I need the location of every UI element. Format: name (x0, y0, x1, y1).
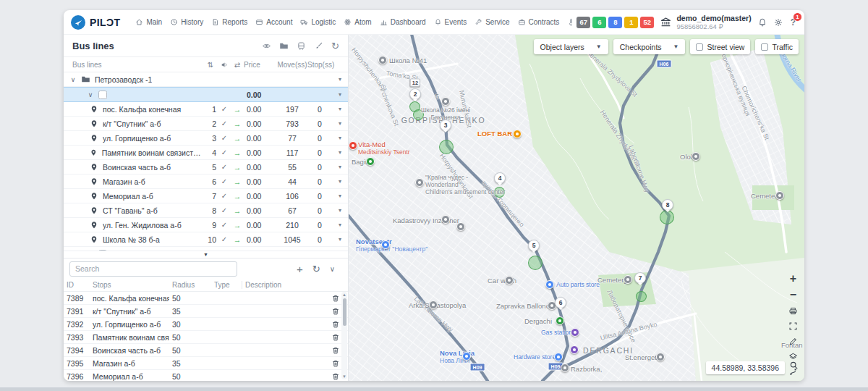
search-location-button[interactable] (789, 360, 799, 373)
swap-icon[interactable]: ⇄ (231, 61, 244, 69)
map-canvas[interactable]: GORPISHCHENKO DERGAC­HI Horpyshchenka St… (349, 35, 804, 381)
scrollbar-thumb[interactable] (343, 298, 346, 326)
tree-stop-row[interactable]: Магазин а-б 6✓→ 0.00440 ▾ (64, 175, 348, 189)
col-type: Type (211, 281, 242, 289)
sort-icon[interactable]: ⇅ (203, 61, 218, 69)
nav-item-atom[interactable]: Atom (340, 16, 375, 28)
route-marker[interactable]: 5 (528, 240, 540, 251)
stops-table-row[interactable]: 7393Памятник воинам связистам а-б50 (64, 331, 348, 344)
school-poi-icon (378, 56, 387, 64)
stops-table-row[interactable]: 7392ул. Горпищенко а-б30 (64, 318, 348, 331)
table-scrollbar[interactable]: ▲ ▼ (341, 292, 347, 379)
cluster-badge[interactable]: 12 (410, 79, 420, 87)
nav-item-dashboard[interactable]: Dashboard (376, 16, 430, 28)
bus-icon[interactable] (297, 41, 306, 51)
tree-stop-row[interactable]: ул. Ген. Жидилова а-б 9✓→ 0.002100 ▾ (64, 218, 348, 232)
panel-splitter[interactable]: ▼ (64, 251, 348, 258)
object-layers-dropdown[interactable]: Object layers▼ (534, 39, 608, 54)
tree-stop-row[interactable]: Воинская часть а-б 5✓→ 0.00550 ▾ (64, 160, 348, 175)
stops-table-row[interactable]: 7395Магазин а-б35 (64, 357, 348, 370)
row-menu-caret[interactable]: ▾ (332, 236, 348, 243)
tree-stop-row[interactable]: к/т "Спутник" а-б 2✓→ 0.007930 ▾ (64, 117, 348, 131)
street-view-toggle[interactable]: Street view (690, 39, 750, 54)
route-marker[interactable]: 7 (634, 272, 646, 284)
nav-item-events[interactable]: Events (430, 16, 471, 28)
route-marker[interactable]: 3 (440, 119, 451, 131)
poi-label: Auto parts store (556, 281, 600, 288)
row-menu-caret[interactable]: ▾ (332, 120, 348, 127)
counter-red[interactable]: 52 (640, 17, 654, 28)
checkbox-icon[interactable] (696, 43, 703, 51)
search-input[interactable] (69, 261, 237, 277)
counter-green[interactable]: 6 (592, 17, 606, 28)
counter-gray[interactable]: 67 (576, 17, 590, 28)
row-menu-caret[interactable]: ▾ (332, 178, 348, 185)
help-button[interactable]: ? 1 (789, 17, 797, 28)
stops-table-row[interactable]: 7389пос. Кальфа конечная50 (64, 292, 348, 305)
checkbox-icon[interactable] (761, 43, 768, 51)
tree-stop-row[interactable]: пос. Кальфа конечная 1✓→ 0.001970 ▾ (64, 102, 348, 117)
stops-table-row[interactable]: 7391к/т "Спутник" а-б35 (64, 305, 348, 318)
zoom-in-button[interactable]: + (790, 274, 796, 284)
stop-circle[interactable] (636, 291, 647, 302)
zoom-out-button[interactable]: − (790, 290, 796, 300)
print-button[interactable] (788, 306, 798, 316)
row-menu-caret[interactable]: ▾ (332, 222, 348, 228)
expand-caret[interactable]: ∨ (87, 91, 94, 98)
nav-item-logistic[interactable]: Logistic (297, 16, 339, 28)
add-stop-button[interactable]: + (297, 264, 303, 274)
tree-stop-row[interactable]: ул. Горпищенко а-б 3✓→ 0.00770 ▾ (64, 131, 348, 146)
route-marker[interactable]: 8 (662, 199, 673, 211)
tree-stop-row[interactable]: СТ "Гавань" а-б 8✓→ 0.00670 ▾ (64, 203, 348, 218)
folder-icon[interactable] (279, 41, 289, 51)
user-account[interactable]: demo_demo(master) 95856802.64 ₽ (660, 14, 751, 30)
nav-item-reports[interactable]: Reports (208, 16, 251, 28)
tree-folder-row[interactable]: ∨ Петрозаводск -1 ▾ (64, 72, 348, 87)
notifications-button[interactable] (757, 17, 767, 28)
nav-item-account[interactable]: Account (252, 16, 296, 28)
nav-item-main[interactable]: Main (132, 16, 166, 28)
row-menu-caret[interactable]: ▾ (332, 164, 348, 170)
tree-stop-row[interactable]: Школа № 38 б-а 10✓→ 0.0010450 ▾ (64, 232, 348, 247)
scroll-up-icon[interactable]: ▲ (341, 293, 347, 297)
checkpoints-dropdown[interactable]: Checkpoints▼ (613, 39, 686, 54)
counter-yellow[interactable]: 1 (624, 17, 638, 28)
group-checkbox[interactable] (98, 91, 107, 99)
stop-circle[interactable] (528, 256, 542, 270)
row-menu-caret[interactable]: ▾ (332, 76, 348, 83)
nav-item-climate[interactable]: Climate (563, 16, 572, 28)
row-menu-caret[interactable]: ▾ (332, 135, 348, 141)
stop-circle[interactable] (439, 140, 454, 154)
route-marker[interactable]: 6 (555, 297, 566, 308)
nav-item-history[interactable]: History (166, 16, 207, 28)
brush-icon[interactable] (314, 41, 323, 51)
nav-item-service[interactable]: Service (471, 16, 513, 28)
tree-stop-row[interactable]: Мемориал а-б 7✓→ 0.001060 ▾ (64, 189, 348, 203)
select-area-button[interactable] (788, 321, 798, 331)
nav-item-contracts[interactable]: Contracts (514, 16, 563, 28)
row-menu-caret[interactable]: ▾ (332, 193, 348, 199)
edit-button[interactable] (788, 337, 798, 346)
route-marker[interactable]: 4 (494, 172, 506, 184)
row-menu-caret[interactable]: ▾ (332, 106, 348, 112)
stops-table-row[interactable]: 7394Воинская часть а-б50 (64, 344, 348, 357)
tree-stop-row[interactable]: Памятник воинам связистам а-б 4✓→ 0.0011… (64, 146, 348, 160)
expand-caret[interactable]: ∨ (69, 76, 77, 83)
row-menu-caret[interactable]: ▾ (332, 207, 348, 214)
school-poi-icon (441, 97, 450, 106)
traffic-toggle[interactable]: Traffic (755, 39, 799, 54)
scroll-down-icon[interactable]: ▼ (341, 374, 347, 379)
visibility-icon[interactable] (262, 41, 271, 51)
refresh-icon[interactable]: ↻ (331, 41, 339, 51)
counter-blue[interactable]: 8 (608, 17, 622, 28)
row-menu-caret[interactable]: ▾ (332, 149, 348, 156)
speaker-icon[interactable] (221, 61, 229, 69)
settings-button[interactable] (773, 17, 783, 28)
refresh-icon[interactable]: ↻ (312, 264, 320, 274)
stops-table-row[interactable]: 7396Мемориал а-б50 (64, 370, 348, 381)
route-marker[interactable]: 2 (409, 88, 421, 100)
tree-group-row-selected[interactable]: ∨ Центральный холм(27) 0.00 ▾ (64, 87, 348, 102)
row-menu-caret[interactable]: ▾ (332, 91, 348, 98)
logo[interactable]: PILƆT (71, 15, 120, 30)
collapse-chevron-icon[interactable]: ∨ (330, 265, 335, 273)
